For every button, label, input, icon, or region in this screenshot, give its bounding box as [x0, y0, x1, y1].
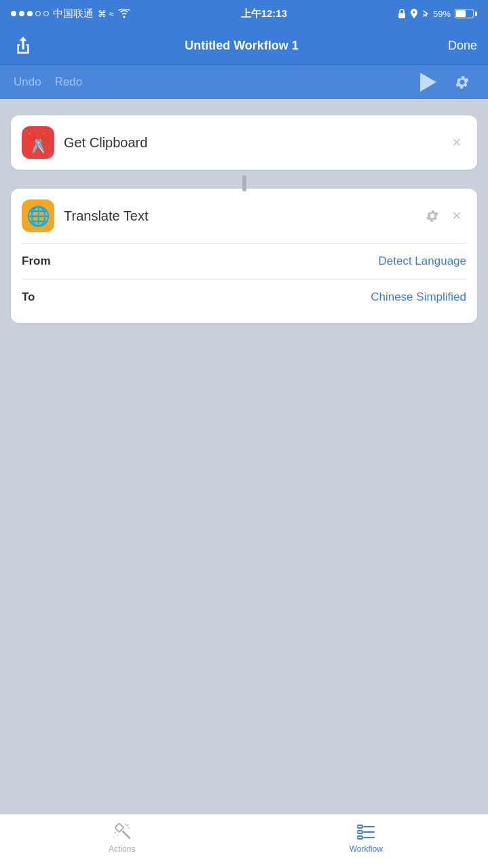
wifi-icon	[118, 9, 130, 18]
workflow-tab-label: Workflow	[350, 844, 383, 854]
location-icon	[410, 9, 418, 18]
svg-rect-12	[358, 831, 362, 833]
run-button[interactable]	[415, 70, 439, 94]
settings-gear-icon	[425, 208, 440, 223]
nav-bar: Untitled Workflow 1 Done	[0, 27, 488, 65]
tab-workflow[interactable]: Workflow	[244, 821, 489, 854]
get-clipboard-card: ✂️ Get Clipboard ×	[11, 115, 477, 170]
wifi-icon: ⌘ ≈	[98, 9, 114, 19]
share-button[interactable]	[11, 34, 35, 58]
tab-bar: Actions Workflow	[0, 814, 488, 868]
svg-rect-2	[115, 823, 124, 832]
to-label: To	[22, 290, 35, 304]
get-clipboard-title: Get Clipboard	[64, 135, 447, 151]
signal-dots	[11, 11, 49, 16]
close-icon: ×	[453, 135, 462, 150]
from-value[interactable]: Detect Language	[379, 254, 467, 268]
get-clipboard-header: ✂️ Get Clipboard ×	[11, 115, 477, 170]
status-time: 上午12:13	[241, 7, 287, 20]
translate-text-header: 🌐 Translate Text ×	[11, 189, 477, 243]
redo-button[interactable]: Redo	[55, 75, 83, 89]
svg-point-8	[117, 835, 118, 836]
workflow-title: Untitled Workflow 1	[185, 39, 299, 53]
dot-1	[11, 11, 16, 16]
play-icon	[420, 73, 436, 92]
bluetooth-icon	[422, 9, 429, 18]
scissors-icon: ✂️	[26, 132, 50, 154]
translate-text-card: 🌐 Translate Text × From Detect Language …	[11, 189, 477, 323]
magic-wand-icon	[113, 823, 132, 842]
svg-rect-0	[398, 13, 405, 18]
status-left: 中国联通 ⌘ ≈	[11, 7, 130, 20]
status-right: 59%	[398, 9, 477, 19]
settings-button[interactable]	[450, 70, 474, 94]
globe-icon: 🌐	[26, 205, 50, 227]
undo-button[interactable]: Undo	[14, 75, 41, 89]
svg-line-6	[127, 825, 128, 826]
svg-point-7	[115, 832, 116, 833]
from-label: From	[22, 254, 51, 268]
translate-settings-button[interactable]	[423, 206, 442, 225]
lock-icon	[398, 9, 406, 18]
done-button[interactable]: Done	[448, 36, 477, 56]
actions-tab-label: Actions	[109, 844, 135, 854]
tab-actions[interactable]: Actions	[0, 821, 244, 854]
main-content: ✂️ Get Clipboard × 🌐 Translate Text ×	[0, 99, 488, 814]
translate-fields: From Detect Language To Chinese Simplifi…	[22, 243, 466, 315]
battery-indicator	[455, 9, 477, 18]
translate-close-button[interactable]: ×	[447, 206, 466, 225]
get-clipboard-close-button[interactable]: ×	[447, 133, 466, 152]
workflow-tab-icon	[356, 823, 375, 842]
svg-line-3	[116, 825, 117, 826]
carrier-label: 中国联通	[53, 7, 94, 20]
dot-3	[27, 11, 33, 16]
svg-rect-10	[358, 825, 362, 828]
dot-2	[19, 11, 24, 16]
translate-icon-bg: 🌐	[22, 200, 54, 232]
svg-line-1	[123, 831, 130, 838]
translate-text-title: Translate Text	[64, 208, 423, 224]
status-bar: 中国联通 ⌘ ≈ 上午12:13 59%	[0, 0, 488, 27]
share-icon	[14, 37, 33, 56]
close-icon: ×	[453, 208, 462, 223]
wand-icon-svg	[113, 823, 131, 841]
clipboard-icon-bg: ✂️	[22, 126, 54, 159]
to-value[interactable]: Chinese Simplified	[371, 290, 466, 304]
from-field-row: From Detect Language	[22, 244, 466, 280]
dot-5	[43, 11, 49, 16]
toolbar: Undo Redo	[0, 65, 488, 99]
svg-rect-14	[358, 836, 362, 839]
dot-4	[35, 11, 41, 16]
gear-icon	[454, 74, 470, 90]
lines-icon-svg	[357, 825, 375, 839]
svg-point-9	[113, 836, 115, 837]
to-field-row: To Chinese Simplified	[22, 280, 466, 315]
battery-percent: 59%	[433, 9, 451, 19]
